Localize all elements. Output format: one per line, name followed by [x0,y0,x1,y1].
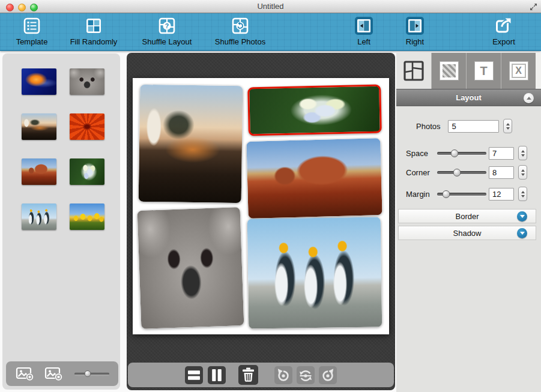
photos-row: Photos [416,119,512,133]
add-photo-button[interactable] [16,366,35,382]
space-value-field[interactable] [489,147,514,160]
toggle-right-panel-icon [405,15,425,37]
collage-photo-penguins[interactable] [247,217,382,328]
shuffle-layout-icon: ? [158,15,176,37]
toggle-left-panel-label: Left [357,37,370,46]
thumbnail-koala[interactable] [70,68,104,95]
tab-clear[interactable]: X [501,53,536,89]
layout-section-title: Layout [456,93,482,102]
photos-count-field[interactable] [448,120,499,133]
shuffle-photos-button[interactable]: Shuffle Photos [209,15,271,50]
rotate-right-button[interactable] [319,366,337,384]
collapse-layout-button[interactable] [524,93,534,103]
margin-stepper[interactable] [518,187,527,201]
flip-button[interactable] [297,366,315,384]
corner-stepper[interactable] [518,165,527,179]
photos-stepper[interactable] [503,119,512,133]
corner-slider[interactable] [437,169,486,176]
collage-canvas [127,53,395,390]
template-button[interactable]: Template [6,15,58,50]
export-button[interactable]: Export [483,15,524,50]
sidebar-bottom-bar [6,361,118,386]
photo-bin-sidebar [2,53,120,390]
caret-down-icon [520,232,525,235]
tab-layout[interactable] [396,53,431,89]
toggle-left-panel-button[interactable]: Left [346,15,382,50]
remove-photo-button[interactable] [44,366,64,382]
inspector-panel: T X Layout Photos Space Corner [396,53,541,392]
slider-track [74,373,109,375]
space-stepper[interactable] [518,146,527,160]
thumbnail-desert[interactable] [22,158,56,185]
slider-thumb[interactable] [453,169,461,176]
delete-photo-button[interactable] [238,365,258,385]
tab-text[interactable]: T [466,53,501,89]
shuffle-photos-icon [231,15,249,37]
thumbnail-chrysanthemum[interactable] [70,113,104,140]
titlebar: Untitled [0,0,541,13]
slider-thumb[interactable] [85,370,91,377]
space-slider[interactable] [437,149,486,157]
resize-icon[interactable] [530,2,537,13]
collage-page[interactable] [133,78,389,334]
fill-randomly-button[interactable]: Fill Randomly [62,15,125,50]
toggle-left-panel-icon [354,15,373,37]
caret-down-icon [520,215,525,218]
split-horizontal-icon [185,366,203,384]
collage-photo-desert[interactable] [246,138,382,219]
fill-randomly-icon [85,15,103,37]
thumbnail-lighthouse[interactable] [22,113,56,140]
export-icon [495,15,513,37]
flip-icon [297,366,315,384]
template-icon [23,15,41,37]
thumbnail-size-slider[interactable] [74,370,109,378]
tab-background[interactable] [431,53,466,89]
expand-border-button[interactable] [517,211,527,222]
shuffle-layout-label: Shuffle Layout [142,37,192,46]
slider-thumb[interactable] [450,149,458,157]
space-label: Space [406,149,436,158]
margin-label: Margin [406,190,436,199]
border-section-header[interactable]: Border [398,209,536,223]
collage-photo-koala[interactable] [138,207,244,329]
layout-section-header[interactable]: Layout [396,89,541,106]
margin-slider[interactable] [437,190,486,198]
slider-thumb[interactable] [442,190,450,198]
fill-randomly-label: Fill Randomly [70,37,118,46]
toggle-right-panel-button[interactable]: Right [396,15,434,50]
svg-text:?: ? [165,22,169,29]
corner-row: Corner [406,165,527,179]
thumbnail-jellyfish[interactable] [22,68,56,95]
caret-up-icon [527,97,531,100]
thumbnail-hydrangea[interactable] [70,158,104,185]
rotate-left-button[interactable] [274,366,292,384]
split-vertical-icon [208,366,226,384]
background-tab-icon [440,61,459,80]
margin-row: Margin [406,187,527,201]
photos-label: Photos [416,122,440,131]
thumbnail-penguins[interactable] [22,204,56,230]
shadow-section-title: Shadow [453,229,482,238]
toggle-right-panel-label: Right [406,37,424,46]
corner-value-field[interactable] [489,166,514,179]
collage-photo-hydrangea[interactable] [247,85,382,136]
split-horizontal-button[interactable] [185,366,203,384]
corner-label: Corner [406,168,436,177]
thumbnail-tulips[interactable] [70,204,104,230]
thumbnail-grid [2,53,120,390]
main-toolbar: Template Fill Randomly ? Shuff [0,13,541,51]
split-vertical-button[interactable] [208,366,226,384]
shuffle-layout-button[interactable]: ? Shuffle Layout [136,15,198,50]
layout-tab-icon [403,60,425,82]
text-tab-icon: T [474,61,494,80]
slider-track [437,171,486,174]
trash-icon [238,365,258,385]
rotate-right-icon [319,366,337,384]
export-label: Export [492,37,515,46]
collage-photo-lighthouse[interactable] [139,85,243,203]
shadow-section-header[interactable]: Shadow [398,226,536,240]
margin-value-field[interactable] [489,188,514,201]
shuffle-photos-label: Shuffle Photos [215,37,265,46]
canvas-toolbar [128,363,394,387]
expand-shadow-button[interactable] [517,228,527,238]
